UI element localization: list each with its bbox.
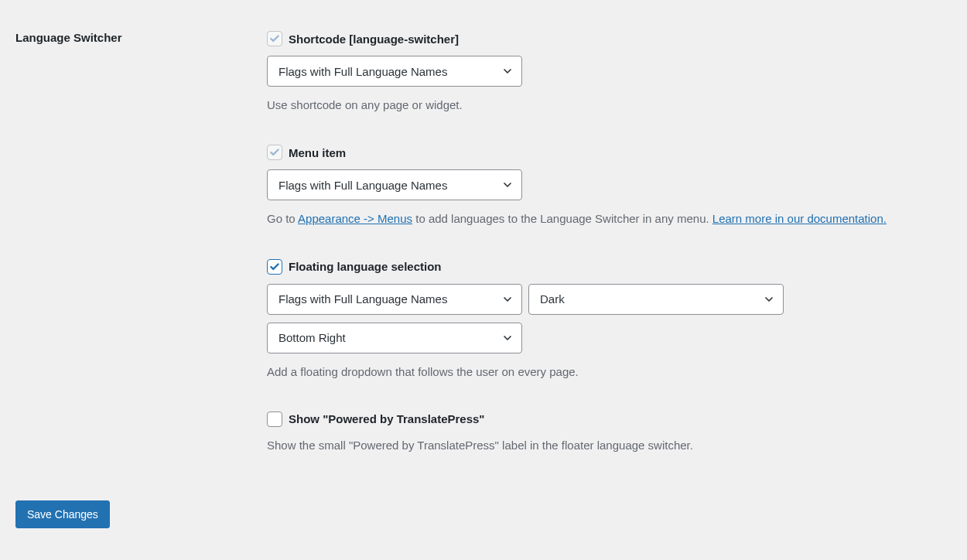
shortcode-option: Shortcode [language-switcher] Flags with… (267, 31, 952, 114)
submit-row: Save Changes (15, 500, 952, 528)
menu-item-checkbox[interactable] (267, 145, 282, 160)
menu-item-style-select[interactable]: Flags with Full Language Names (267, 169, 522, 200)
shortcode-style-select[interactable]: Flags with Full Language Names (267, 56, 522, 87)
shortcode-help: Use shortcode on any page or widget. (267, 96, 952, 114)
check-icon (269, 261, 280, 272)
menu-item-help: Go to Appearance -> Menus to add languag… (267, 210, 952, 227)
chevron-down-icon (501, 179, 514, 191)
powered-by-option: Show "Powered by TranslatePress" Show th… (267, 411, 952, 454)
floating-label: Floating language selection (289, 260, 442, 273)
documentation-link[interactable]: Learn more in our documentation. (712, 212, 887, 225)
check-icon (269, 33, 280, 44)
powered-by-label: Show "Powered by TranslatePress" (289, 412, 484, 425)
floating-position-select[interactable]: Bottom Right (267, 323, 522, 353)
floating-style-select[interactable]: Flags with Full Language Names (267, 284, 522, 315)
floating-theme-select[interactable]: Dark (528, 284, 784, 315)
appearance-menus-link[interactable]: Appearance -> Menus (298, 212, 412, 225)
menu-item-option: Menu item Flags with Full Language Names… (267, 145, 952, 227)
floating-option: Floating language selection Flags with F… (267, 259, 952, 381)
floating-checkbox[interactable] (267, 259, 282, 275)
chevron-down-icon (501, 65, 514, 77)
section-header-cell: Language Switcher (15, 15, 267, 454)
floating-help: Add a floating dropdown that follows the… (267, 363, 952, 381)
shortcode-label: Shortcode [language-switcher] (289, 32, 459, 46)
menu-item-label: Menu item (289, 146, 346, 159)
shortcode-checkbox[interactable] (267, 31, 282, 46)
check-icon (269, 147, 280, 158)
save-changes-button[interactable]: Save Changes (15, 500, 110, 528)
powered-by-help: Show the small "Powered by TranslatePres… (267, 436, 952, 454)
powered-by-checkbox[interactable] (267, 411, 282, 427)
chevron-down-icon (501, 332, 514, 344)
chevron-down-icon (763, 293, 775, 306)
section-title: Language Switcher (15, 31, 122, 44)
language-switcher-section: Language Switcher Shortcode [language-sw… (15, 15, 952, 454)
chevron-down-icon (501, 293, 514, 306)
section-body-cell: Shortcode [language-switcher] Flags with… (267, 15, 952, 454)
